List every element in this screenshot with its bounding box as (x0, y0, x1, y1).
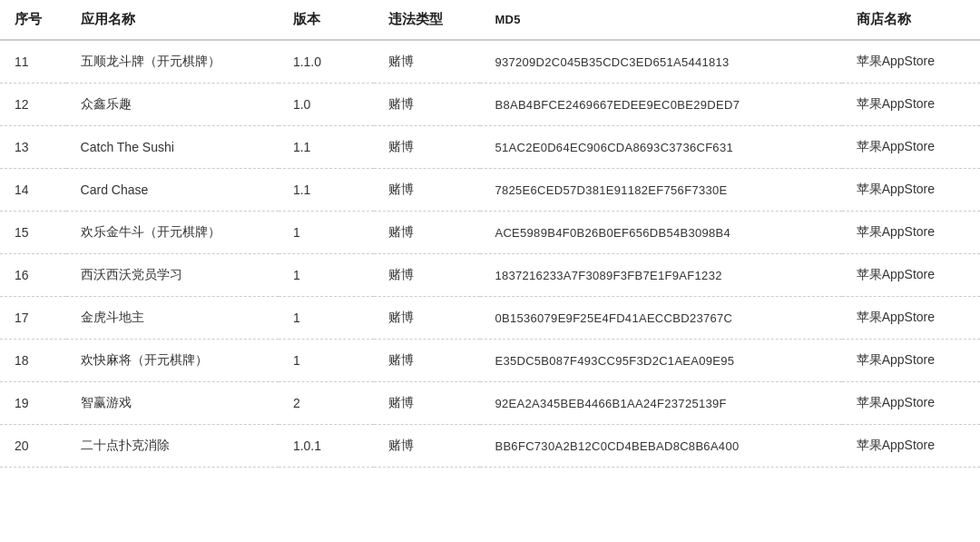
header-seq: 序号 (0, 0, 66, 40)
cell-md5: BB6FC730A2B12C0CD4BEBAD8C8B6A400 (480, 425, 841, 468)
header-store: 商店名称 (842, 0, 980, 40)
cell-md5: B8AB4BFCE2469667EDEE9EC0BE29DED7 (480, 84, 841, 126)
cell-store: 苹果AppStore (842, 212, 980, 254)
cell-version: 1.1 (279, 169, 374, 212)
cell-store: 苹果AppStore (842, 169, 980, 212)
table-row: 15欢乐金牛斗（开元棋牌）1赌博ACE5989B4F0B26B0EF656DB5… (0, 212, 980, 254)
table-row: 19智赢游戏2赌博92EA2A345BEB4466B1AA24F23725139… (0, 382, 980, 425)
cell-name: 智赢游戏 (66, 382, 279, 425)
cell-md5: 92EA2A345BEB4466B1AA24F23725139F (480, 382, 841, 425)
cell-seq: 15 (0, 212, 66, 254)
cell-store: 苹果AppStore (842, 382, 980, 425)
table-row: 12众鑫乐趣1.0赌博B8AB4BFCE2469667EDEE9EC0BE29D… (0, 84, 980, 126)
cell-md5: 0B1536079E9F25E4FD41AECCBD23767C (480, 297, 841, 340)
cell-md5: 937209D2C045B35CDC3ED651A5441813 (480, 40, 841, 84)
table-container: 序号 应用名称 版本 违法类型 MD5 商店名称 11五顺龙斗牌（开元棋牌）1.… (0, 0, 980, 468)
cell-version: 1 (279, 254, 374, 297)
cell-version: 1.1 (279, 126, 374, 169)
cell-version: 1.1.0 (279, 40, 374, 84)
table-row: 18欢快麻将（开元棋牌）1赌博E35DC5B087F493CC95F3D2C1A… (0, 340, 980, 382)
cell-store: 苹果AppStore (842, 297, 980, 340)
cell-name: 西沃西沃党员学习 (66, 254, 279, 297)
cell-store: 苹果AppStore (842, 84, 980, 126)
cell-type: 赌博 (374, 126, 480, 169)
cell-type: 赌博 (374, 382, 480, 425)
table-row: 17金虎斗地主1赌博0B1536079E9F25E4FD41AECCBD2376… (0, 297, 980, 340)
cell-seq: 12 (0, 84, 66, 126)
cell-name: Card Chase (66, 169, 279, 212)
cell-md5: 51AC2E0D64EC906CDA8693C3736CF631 (480, 126, 841, 169)
cell-version: 1 (279, 297, 374, 340)
cell-name: 欢乐金牛斗（开元棋牌） (66, 212, 279, 254)
cell-seq: 14 (0, 169, 66, 212)
cell-seq: 17 (0, 297, 66, 340)
cell-store: 苹果AppStore (842, 40, 980, 84)
cell-name: Catch The Sushi (66, 126, 279, 169)
cell-seq: 20 (0, 425, 66, 468)
cell-md5: 1837216233A7F3089F3FB7E1F9AF1232 (480, 254, 841, 297)
cell-md5: E35DC5B087F493CC95F3D2C1AEA09E95 (480, 340, 841, 382)
cell-type: 赌博 (374, 297, 480, 340)
table-row: 14Card Chase1.1赌博7825E6CED57D381E91182EF… (0, 169, 980, 212)
cell-md5: ACE5989B4F0B26B0EF656DB54B3098B4 (480, 212, 841, 254)
cell-type: 赌博 (374, 169, 480, 212)
cell-name: 欢快麻将（开元棋牌） (66, 340, 279, 382)
table-row: 11五顺龙斗牌（开元棋牌）1.1.0赌博937209D2C045B35CDC3E… (0, 40, 980, 84)
header-name: 应用名称 (66, 0, 279, 40)
cell-name: 金虎斗地主 (66, 297, 279, 340)
cell-store: 苹果AppStore (842, 254, 980, 297)
header-version: 版本 (279, 0, 374, 40)
header-type: 违法类型 (374, 0, 480, 40)
cell-seq: 11 (0, 40, 66, 84)
cell-type: 赌博 (374, 425, 480, 468)
cell-store: 苹果AppStore (842, 425, 980, 468)
cell-store: 苹果AppStore (842, 126, 980, 169)
cell-seq: 13 (0, 126, 66, 169)
data-table: 序号 应用名称 版本 违法类型 MD5 商店名称 11五顺龙斗牌（开元棋牌）1.… (0, 0, 980, 468)
cell-version: 1.0 (279, 84, 374, 126)
cell-type: 赌博 (374, 40, 480, 84)
table-row: 20二十点扑克消除1.0.1赌博BB6FC730A2B12C0CD4BEBAD8… (0, 425, 980, 468)
table-row: 13Catch The Sushi1.1赌博51AC2E0D64EC906CDA… (0, 126, 980, 169)
cell-name: 众鑫乐趣 (66, 84, 279, 126)
cell-type: 赌博 (374, 254, 480, 297)
cell-type: 赌博 (374, 340, 480, 382)
cell-name: 二十点扑克消除 (66, 425, 279, 468)
cell-md5: 7825E6CED57D381E91182EF756F7330E (480, 169, 841, 212)
cell-store: 苹果AppStore (842, 340, 980, 382)
cell-type: 赌博 (374, 212, 480, 254)
table-header-row: 序号 应用名称 版本 违法类型 MD5 商店名称 (0, 0, 980, 40)
cell-version: 1 (279, 340, 374, 382)
cell-seq: 19 (0, 382, 66, 425)
cell-type: 赌博 (374, 84, 480, 126)
header-md5: MD5 (480, 0, 841, 40)
cell-name: 五顺龙斗牌（开元棋牌） (66, 40, 279, 84)
cell-seq: 18 (0, 340, 66, 382)
cell-version: 2 (279, 382, 374, 425)
cell-seq: 16 (0, 254, 66, 297)
table-row: 16西沃西沃党员学习1赌博1837216233A7F3089F3FB7E1F9A… (0, 254, 980, 297)
cell-version: 1 (279, 212, 374, 254)
cell-version: 1.0.1 (279, 425, 374, 468)
